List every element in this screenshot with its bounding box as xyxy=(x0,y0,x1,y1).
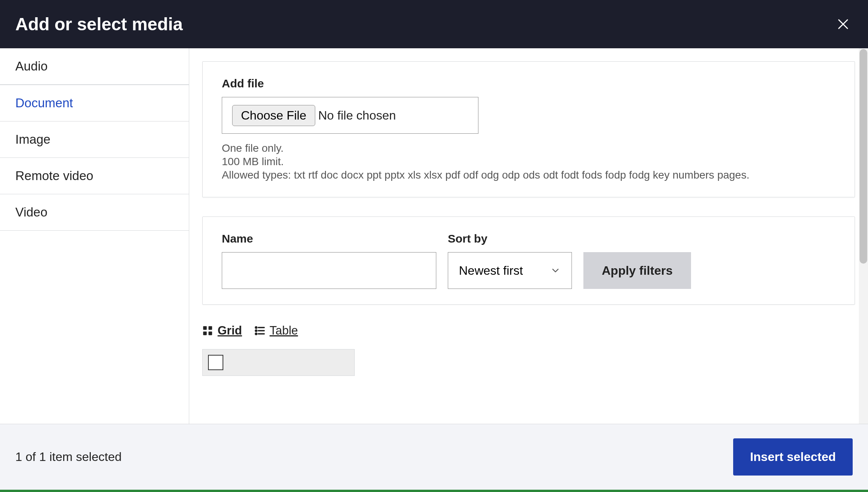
sidebar-item-audio[interactable]: Audio xyxy=(0,48,189,85)
selection-status: 1 of 1 item selected xyxy=(15,450,121,464)
grid-icon xyxy=(202,325,213,336)
sort-by-select[interactable]: Newest first xyxy=(448,252,572,289)
file-hint-limit2: 100 MB limit. xyxy=(222,155,835,168)
media-type-sidebar: Audio Document Image Remote video Video xyxy=(0,48,189,424)
view-table-link[interactable]: Table xyxy=(254,324,298,338)
name-filter-input[interactable] xyxy=(222,252,436,289)
scrollbar-thumb[interactable] xyxy=(860,49,867,264)
file-hint-types: Allowed types: txt rtf doc docx ppt pptx… xyxy=(222,168,835,182)
choose-file-button[interactable]: Choose File xyxy=(232,105,315,126)
chevron-down-icon xyxy=(550,265,561,276)
name-filter-label: Name xyxy=(222,232,436,245)
svg-rect-3 xyxy=(208,326,212,330)
svg-rect-4 xyxy=(203,331,206,335)
list-icon xyxy=(254,325,265,336)
sort-by-label: Sort by xyxy=(448,232,572,245)
upload-panel: Add file Choose File No file chosen One … xyxy=(202,61,855,197)
svg-point-6 xyxy=(255,327,257,328)
apply-filters-button[interactable]: Apply filters xyxy=(583,252,691,289)
view-grid-link[interactable]: Grid xyxy=(202,324,242,338)
sidebar-item-document[interactable]: Document xyxy=(0,85,189,121)
file-picker[interactable]: Choose File No file chosen xyxy=(222,97,478,134)
sidebar-item-remote-video[interactable]: Remote video xyxy=(0,158,189,194)
svg-point-8 xyxy=(255,330,257,331)
scrollbar[interactable] xyxy=(859,48,868,424)
close-button[interactable] xyxy=(834,15,853,34)
sort-by-value: Newest first xyxy=(459,264,523,278)
insert-selected-button[interactable]: Insert selected xyxy=(733,438,853,476)
sidebar-item-video[interactable]: Video xyxy=(0,194,189,231)
file-hint-limit1: One file only. xyxy=(222,141,835,155)
view-grid-label: Grid xyxy=(218,324,242,338)
filter-panel: Name Sort by Newest first Apply filters xyxy=(202,216,855,305)
sidebar-item-image[interactable]: Image xyxy=(0,121,189,158)
close-icon xyxy=(837,18,850,31)
view-toggle: Grid Table xyxy=(202,324,855,349)
media-item[interactable] xyxy=(202,349,355,376)
add-file-label: Add file xyxy=(222,77,835,90)
view-table-label: Table xyxy=(270,324,298,338)
svg-rect-5 xyxy=(208,331,212,335)
svg-point-10 xyxy=(255,333,257,335)
media-item-checkbox[interactable] xyxy=(208,355,223,370)
svg-rect-2 xyxy=(203,326,206,330)
file-status: No file chosen xyxy=(318,108,396,123)
modal-title: Add or select media xyxy=(15,14,183,34)
